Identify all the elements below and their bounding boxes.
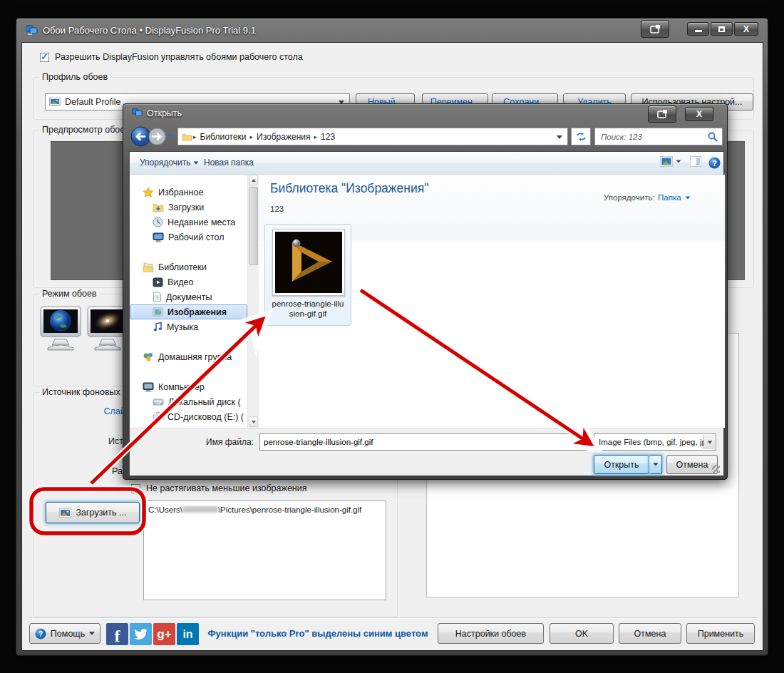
resize-grip[interactable] (712, 465, 720, 473)
manage-wallpaper-checkbox[interactable] (40, 53, 49, 62)
sidebar-item-cd-drive[interactable]: CD-дисковод (E:) ( (153, 409, 244, 424)
dialog-close-button[interactable]: X (685, 107, 713, 121)
sidebar-item-label: CD-дисковод (E:) ( (167, 412, 244, 422)
breadcrumb-item[interactable]: Библиотеки (197, 132, 249, 142)
sidebar-item-label: Локальный диск ( (168, 397, 241, 407)
apply-button[interactable]: Применить (686, 623, 755, 644)
help-button[interactable]: ? Помощь (29, 623, 100, 644)
filename-input[interactable] (260, 438, 588, 446)
minimize-button[interactable] (687, 22, 709, 36)
breadcrumb-item[interactable]: Изображения (254, 132, 313, 142)
twitter-icon[interactable] (130, 623, 152, 645)
sidebar-item-video-library[interactable]: Видео (153, 274, 194, 289)
monitors-preview-icon[interactable] (39, 305, 130, 364)
linkedin-icon[interactable]: in (177, 623, 199, 645)
sidebar-item-desktop[interactable]: Рабочий стол (153, 230, 224, 245)
load-image-button[interactable]: Загрузить ... (46, 502, 140, 523)
scrollbar-thumb[interactable] (249, 187, 258, 265)
local-disk-icon (153, 398, 164, 406)
refresh-button[interactable] (571, 128, 591, 145)
chevron-down-icon (89, 632, 95, 635)
library-subtitle: 123 (270, 205, 284, 213)
breadcrumb-bar[interactable]: ▸Библиотеки▸Изображения▸123 (177, 128, 568, 145)
dialog-move-button[interactable] (648, 106, 676, 123)
filename-dropdown-caret[interactable] (576, 435, 587, 449)
music-library-icon (153, 322, 163, 332)
window-move-button[interactable] (641, 20, 669, 38)
file-name-line2: sion-gif.gif (265, 309, 351, 319)
open-dialog: Открыть X ▸Библиотеки▸Изображения▸123 По… (123, 103, 728, 480)
dialog-toolbar: Упорядочить Новая папка (130, 152, 723, 175)
forward-button[interactable] (148, 128, 166, 145)
sidebar-item-documents-library[interactable]: Документы (153, 289, 212, 304)
sidebar-item-homegroup[interactable]: Домашняя группа (143, 349, 232, 364)
svg-text:?: ? (712, 159, 717, 168)
facebook-icon[interactable]: f (106, 623, 128, 645)
cancel-button[interactable]: Отмена (619, 623, 681, 644)
file-item[interactable]: penrose-triangle-illu sion-gif.gif (264, 224, 351, 326)
open-split-caret[interactable] (649, 455, 662, 474)
video-library-icon (153, 277, 163, 287)
sidebar-item-recent-places[interactable]: Недавние места (153, 215, 235, 230)
sidebar-item-computer[interactable]: Компьютер (143, 379, 205, 394)
sidebar-item-music-library[interactable]: Музыка (153, 319, 198, 334)
filetype-dropdown[interactable]: Image Files (bmp, gif, jpeg, jp (594, 433, 716, 451)
pro-note: Функции "только Pro" выделены синим цвет… (199, 628, 437, 639)
wallpaper-settings-button[interactable]: Настройки обоев (438, 623, 544, 644)
sidebar-item-star[interactable]: Избранное (143, 185, 203, 200)
wallpaper-image-list[interactable]: C:\Users\\Pictures\penrose-triangle-illu… (143, 500, 386, 600)
search-icon[interactable] (708, 132, 718, 142)
sidebar-item-label: Библиотеки (158, 262, 207, 272)
help-icon: ? (35, 628, 46, 639)
scroll-down-button[interactable] (249, 416, 258, 427)
organize-button[interactable]: Упорядочить (140, 158, 199, 168)
help-icon: ? (708, 157, 721, 169)
sidebar-item-libraries[interactable]: Библиотеки (143, 260, 207, 274)
open-button[interactable]: Открыть (594, 455, 649, 474)
search-box[interactable]: Поиск: 123 (594, 128, 723, 145)
desktop: Обои Рабочего Стола • DisplayFusion Pro … (0, 0, 784, 673)
nav-scrollbar[interactable] (247, 175, 258, 428)
preview-pane-button[interactable] (690, 156, 701, 167)
desktop-icon (153, 232, 164, 242)
new-folder-button[interactable]: Новая папка (204, 158, 254, 168)
no-stretch-label: Не растягивать меньшие изображения (146, 483, 306, 493)
chevron-down-icon (676, 160, 681, 163)
filename-combobox[interactable] (259, 433, 589, 451)
ok-button[interactable]: OK (550, 623, 614, 644)
sidebar-item-pictures-library[interactable]: Изображения (153, 304, 227, 319)
sidebar-item-label: Документы (166, 292, 212, 302)
sidebar-item-label: Недавние места (167, 217, 235, 227)
history-dropdown-caret[interactable] (167, 134, 173, 138)
no-stretch-checkbox[interactable] (131, 484, 140, 493)
window-title: Обои Рабочего Стола • DisplayFusion Pro … (43, 25, 256, 36)
dialog-cancel-button[interactable]: Отмена (666, 455, 718, 474)
breadcrumb[interactable]: ▸Библиотеки▸Изображения▸123 (192, 132, 338, 142)
profile-group-label: Профиль обоев (39, 72, 110, 82)
sidebar-item-downloads-folder[interactable]: Загрузки (153, 200, 204, 215)
star-icon (143, 187, 154, 198)
image-path-item: C:\Users\\Pictures\penrose-triangle-illu… (148, 505, 361, 514)
sidebar-item-label: Рабочий стол (168, 232, 224, 242)
profile-icon (49, 98, 61, 107)
dialog-title: Открыть (147, 108, 182, 118)
googleplus-icon[interactable]: g+ (153, 623, 175, 645)
downloads-folder-icon (153, 202, 164, 212)
breadcrumb-history-caret[interactable] (557, 135, 562, 139)
sidebar-item-local-disk[interactable]: Локальный диск ( (153, 394, 241, 409)
filetype-dropdown-caret[interactable] (703, 435, 715, 449)
breadcrumb-item[interactable]: 123 (318, 132, 338, 142)
views-button[interactable] (660, 156, 681, 167)
chevron-down-icon (194, 161, 198, 164)
filename-label: Имя файла: (206, 437, 254, 447)
search-placeholder: Поиск: 123 (595, 133, 708, 141)
help-icon-button[interactable]: ? (708, 157, 721, 169)
close-button[interactable]: X (734, 22, 758, 36)
chevron-down-icon (685, 196, 689, 199)
maximize-button[interactable] (711, 22, 733, 36)
arrange-dropdown[interactable]: Папка (658, 193, 691, 202)
scroll-up-button[interactable] (249, 175, 258, 185)
file-thumbnail (272, 229, 345, 296)
sidebar-item-label: Загрузки (168, 202, 204, 212)
bottom-separator (28, 617, 758, 619)
